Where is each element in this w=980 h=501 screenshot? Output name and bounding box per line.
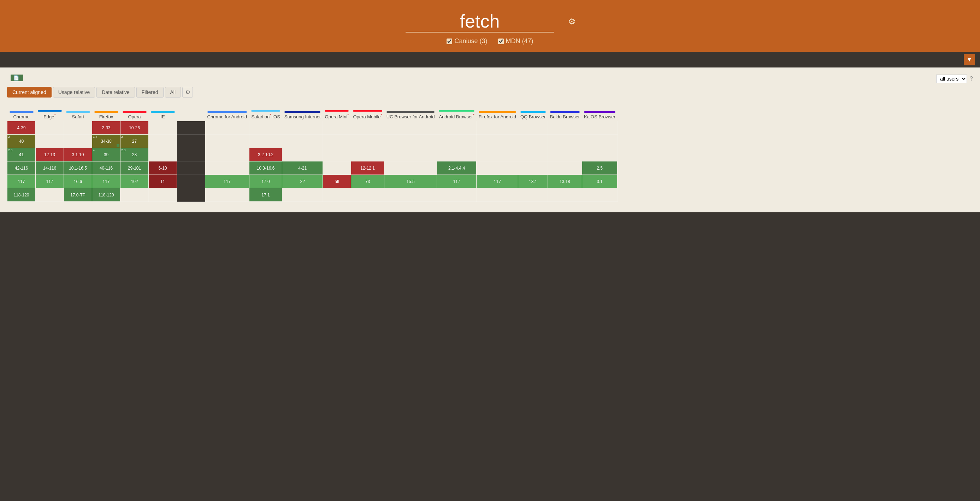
compat-cell [518, 188, 548, 202]
tab-usage-relative[interactable]: Usage relative [53, 87, 95, 97]
mdn-checkbox[interactable] [498, 38, 504, 44]
compat-cell: 3.2-10.2 [249, 148, 282, 161]
compat-cell [518, 161, 548, 175]
tab-filtered[interactable]: Filtered [136, 87, 164, 97]
compat-cell [384, 148, 437, 161]
compat-cell: 117 [437, 175, 476, 188]
compat-cell [384, 161, 437, 175]
settings-button[interactable]: ⚙ [568, 17, 578, 27]
compat-cell: 13.18 [548, 175, 582, 188]
usage-select[interactable]: all users [936, 75, 967, 83]
compat-cell [323, 148, 351, 161]
caniuse-label: Caniuse (3) [454, 37, 487, 45]
funnel-icon: ▼ [967, 57, 972, 63]
caniuse-checkbox[interactable] [447, 38, 452, 44]
compat-cell [477, 121, 518, 135]
compat-cell [351, 188, 384, 202]
divider-cell [177, 175, 205, 188]
usage-help-icon[interactable]: ? [970, 76, 973, 82]
tab-date-relative[interactable]: Date relative [97, 87, 135, 97]
compat-cell [582, 135, 617, 148]
compat-cell [149, 148, 177, 161]
compat-cell [282, 121, 323, 135]
compat-cell [36, 188, 64, 202]
compat-cell: 12-12.1 [351, 161, 384, 175]
compat-cell [582, 121, 617, 135]
usage-controls: all users ? [931, 75, 973, 83]
compat-cell [249, 121, 282, 135]
compat-cell [582, 148, 617, 161]
view-tabs: Current aligned Usage relative Date rela… [7, 87, 193, 97]
compat-cell [149, 188, 177, 202]
compat-cell [437, 148, 476, 161]
tab-current-aligned[interactable]: Current aligned [7, 87, 52, 97]
table-row: 4-392-3310-26 [8, 121, 617, 135]
feature-spec-badge[interactable]: 📄 [11, 75, 23, 81]
compat-cell: 40-116 [92, 161, 121, 175]
th-baidu: Baidu Browser [548, 109, 582, 121]
compat-cell [582, 188, 617, 202]
th-firefox-android: Firefox for Android [477, 109, 518, 121]
feature-header: 📄 Current aligned Usage relative Date re… [7, 75, 973, 105]
compat-cell: 240 [8, 135, 36, 148]
mdn-label: MDN (47) [506, 37, 533, 45]
table-row: 118-12017.0-TP118-12017.1 [8, 188, 617, 202]
compat-cell: 10.1-16.5 [64, 161, 92, 175]
compat-cell [205, 188, 250, 202]
table-row: 42-11614-11610.1-16.540-11629-1016-1010.… [8, 161, 617, 175]
compat-cell [149, 135, 177, 148]
compat-cell [323, 135, 351, 148]
th-safari-ios: Safari on* iOS [249, 109, 282, 121]
compat-cell: 2 341 [8, 148, 36, 161]
compat-cell [282, 148, 323, 161]
filter-icon-button[interactable]: ▼ [964, 54, 975, 65]
caniuse-filter[interactable]: Caniuse (3) [447, 37, 487, 45]
compat-cell [437, 135, 476, 148]
compat-cell: 102 [121, 175, 149, 188]
divider-cell [177, 161, 205, 175]
compat-cell: 12-13 [36, 148, 64, 161]
table-settings-button[interactable]: ⚙ [182, 87, 193, 97]
compat-cell: 14-116 [36, 161, 64, 175]
mdn-filter[interactable]: MDN (47) [498, 37, 533, 45]
divider-cell [177, 121, 205, 135]
compat-cell [548, 161, 582, 175]
compat-cell [548, 135, 582, 148]
compat-cell: 10-26 [121, 121, 149, 135]
feature-title-row: 📄 [7, 75, 193, 81]
toolbar-strip: ▼ [0, 52, 980, 67]
compat-cell [518, 121, 548, 135]
compat-cell [36, 135, 64, 148]
th-safari: Safari [64, 109, 92, 121]
header: ⚙ Caniuse (3) MDN (47) [0, 0, 980, 52]
compat-cell: 10.3-16.6 [249, 161, 282, 175]
compat-cell: 22 [282, 175, 323, 188]
compat-cell [323, 188, 351, 202]
compat-cell: 117 [477, 175, 518, 188]
compat-cell [477, 188, 518, 202]
table-row: 2401 434-38227 [8, 135, 617, 148]
compat-cell [64, 135, 92, 148]
compat-cell [548, 188, 582, 202]
compat-cell: 117 [8, 175, 36, 188]
compat-cell [437, 121, 476, 135]
th-firefox: Firefox [92, 109, 121, 121]
compat-cell [548, 148, 582, 161]
compat-cell: 2.5 [582, 161, 617, 175]
gear-small-icon: ⚙ [186, 89, 190, 95]
compat-cell: 15.5 [384, 175, 437, 188]
browser-table: Chrome Edge* Safari Firefox [7, 109, 617, 202]
th-divider1 [177, 109, 205, 121]
compat-cell [518, 135, 548, 148]
compat-cell [437, 188, 476, 202]
compat-cell [477, 135, 518, 148]
divider-cell [177, 188, 205, 202]
compat-cell [36, 121, 64, 135]
search-input[interactable] [406, 11, 554, 32]
th-android: Android Browser* [437, 109, 476, 121]
compat-cell [64, 121, 92, 135]
compat-cell: 6-10 [149, 161, 177, 175]
compat-cell [323, 121, 351, 135]
tab-all[interactable]: All [165, 87, 181, 97]
compat-cell: 118-120 [92, 188, 121, 202]
